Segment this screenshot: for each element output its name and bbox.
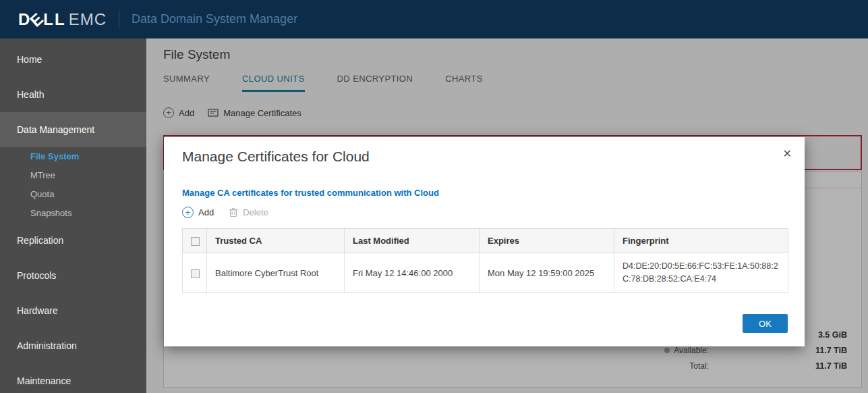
dialog-title: Manage Certificates for Cloud — [182, 149, 370, 165]
brand-dell-ll: LL — [43, 10, 65, 28]
close-icon[interactable]: ✕ — [780, 144, 795, 163]
add-icon: + — [182, 207, 194, 218]
delete-certificate-label: Delete — [243, 207, 268, 217]
sidebar-item-replication[interactable]: Replication — [0, 223, 146, 258]
column-trusted-ca: Trusted CA — [207, 229, 345, 253]
cell-expires: Mon May 12 19:59:00 2025 — [480, 253, 614, 293]
sidebar-item-protocols[interactable]: Protocols — [0, 258, 146, 293]
sidebar-item-data-management[interactable]: Data Management — [0, 112, 146, 147]
add-certificate-label: Add — [198, 207, 214, 217]
column-last-modified: Last Modified — [345, 229, 480, 253]
sidebar-item-mtree[interactable]: MTree — [0, 166, 146, 185]
top-bar: DELLEMC Data Domain System Manager — [0, 0, 868, 38]
sidebar-item-snapshots[interactable]: Snapshots — [0, 204, 146, 223]
sidebar-item-administration[interactable]: Administration — [0, 328, 146, 363]
brand-emc: EMC — [69, 10, 107, 28]
manage-certificates-dialog: Manage Certificates for Cloud ✕ Manage C… — [164, 137, 805, 346]
cell-fingerprint: D4:DE:20:D0:5E:66:FC:53:FE:1A:50:88:2C:7… — [614, 253, 788, 293]
row-checkbox[interactable] — [191, 269, 200, 278]
app-title: Data Domain System Manager — [132, 12, 297, 26]
sidebar-item-maintenance[interactable]: Maintenance — [0, 363, 146, 393]
cell-trusted-ca: Baltimore CyberTrust Root — [207, 253, 345, 293]
dell-emc-logo: DELLEMC — [18, 10, 107, 29]
sidebar-item-health[interactable]: Health — [0, 77, 146, 112]
sidebar-item-file-system[interactable]: File System — [0, 147, 146, 166]
column-expires: Expires — [480, 229, 614, 253]
sidebar-item-hardware[interactable]: Hardware — [0, 293, 146, 328]
sidebar-subgroup-data-management: File System MTree Quota Snapshots — [0, 147, 146, 223]
column-fingerprint: Fingerprint — [614, 229, 788, 253]
delete-icon — [229, 207, 238, 217]
add-certificate-button[interactable]: + Add — [182, 207, 214, 218]
certificates-table: Trusted CA Last Modified Expires Fingerp… — [182, 228, 788, 293]
dialog-description: Manage CA certificates for trusted commu… — [182, 188, 439, 198]
cell-last-modified: Fri May 12 14:46:00 2000 — [345, 253, 480, 293]
table-row[interactable]: Baltimore CyberTrust Root Fri May 12 14:… — [183, 253, 788, 293]
cell-select — [183, 253, 207, 293]
header-divider — [119, 11, 119, 28]
sidebar-item-quota[interactable]: Quota — [0, 185, 146, 204]
select-all-checkbox[interactable] — [191, 237, 200, 246]
brand-dell: DELL — [18, 10, 66, 28]
sidebar-item-home[interactable]: Home — [0, 42, 146, 77]
table-header-row: Trusted CA Last Modified Expires Fingerp… — [183, 229, 788, 253]
dialog-toolbar: + Add Delete — [182, 207, 268, 218]
delete-certificate-button[interactable]: Delete — [229, 207, 268, 217]
header-select-all — [183, 229, 207, 253]
ok-button[interactable]: OK — [743, 314, 788, 333]
sidebar: Home Health Data Management File System … — [0, 38, 146, 393]
